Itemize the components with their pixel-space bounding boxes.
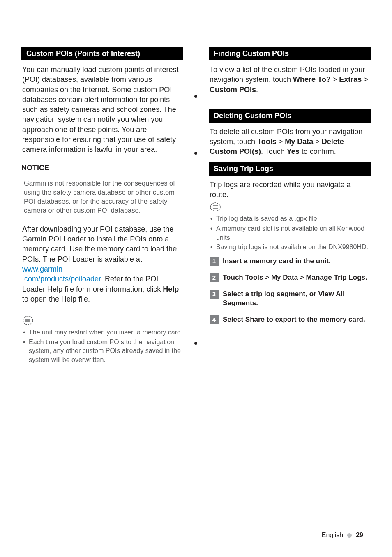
step-number: 3 — [210, 290, 219, 299]
heading-finding-pois: Finding Custom POIs — [209, 47, 371, 60]
column-divider — [196, 47, 196, 365]
deleting-b4: Yes — [287, 147, 300, 155]
page-footer: English 29 — [322, 531, 363, 539]
finding-pois-text: To view a list of the custom POIs loaded… — [209, 65, 371, 95]
deleting-pois-text: To delete all custom POIs from your navi… — [209, 127, 371, 157]
finding-b1: Where To? — [293, 75, 331, 84]
poi-loader-link-2[interactable]: .com/products/poiloader — [22, 275, 101, 283]
custom-poi-tips-list: The unit may restart when you insert a m… — [21, 328, 183, 364]
list-item: A memory card slot is not available on a… — [210, 224, 371, 242]
step-number: 4 — [210, 315, 219, 324]
finding-b2: Extras — [339, 75, 362, 84]
list-item: The unit may restart when you insert a m… — [23, 328, 183, 337]
trip-log-steps: 1 Insert a memory card in the unit. 2 To… — [209, 257, 371, 324]
note-icon — [22, 316, 183, 325]
poi-loader-link-1[interactable]: www.garmin — [22, 265, 62, 273]
right-column: Finding Custom POIs To view a list of th… — [209, 47, 371, 365]
footer-dot-icon — [347, 533, 352, 538]
two-column-layout: Custom POIs (Points of Interest) You can… — [21, 47, 371, 365]
step-item: 2 Touch Tools > My Data > Manage Trip Lo… — [210, 273, 371, 282]
heading-custom-pois: Custom POIs (Points of Interest) — [21, 47, 183, 60]
custom-pois-intro: You can manually load custom points of i… — [21, 65, 183, 155]
heading-deleting-pois: Deleting Custom POIs — [209, 109, 371, 123]
note-icon — [210, 202, 371, 212]
notice-rule — [21, 174, 183, 174]
finding-b3: Custom POIs — [210, 86, 256, 94]
list-item: Saving trip logs is not available on the… — [210, 243, 371, 252]
step-text: Select a trip log segment, or View All S… — [223, 290, 371, 308]
step-item: 3 Select a trip log segment, or View All… — [210, 290, 371, 308]
page-content: Custom POIs (Points of Interest) You can… — [0, 0, 392, 381]
step-item: 4 Select Share to export to the memory c… — [210, 315, 371, 324]
list-item: Each time you load custom POIs to the na… — [23, 338, 183, 364]
help-bold: Help — [163, 285, 179, 293]
step-number: 2 — [210, 273, 219, 282]
step-item: 1 Insert a memory card in the unit. — [210, 257, 371, 266]
step-number: 1 — [210, 257, 219, 266]
list-item: Trip log data is saved as a .gpx file. — [210, 214, 371, 223]
notice-text: Garmin is not responsible for the conseq… — [21, 179, 183, 215]
trip-log-notes-list: Trip log data is saved as a .gpx file. A… — [209, 214, 371, 251]
after-pre: After downloading your POI database, use… — [22, 225, 177, 263]
footer-language: English — [322, 531, 343, 539]
heading-saving-trip-logs: Saving Trip Logs — [209, 162, 371, 176]
top-rule — [21, 33, 371, 33]
after-end: to open the Help file. — [22, 295, 90, 303]
page-number: 29 — [356, 531, 363, 539]
saving-intro: Trip logs are recorded while you navigat… — [209, 180, 371, 200]
step-text: Insert a memory card in the unit. — [223, 257, 371, 266]
left-column: Custom POIs (Points of Interest) You can… — [21, 47, 183, 365]
step-text: Select Share to export to the memory car… — [223, 315, 371, 324]
deleting-b2: My Data — [285, 137, 313, 146]
poi-loader-paragraph: After downloading your POI database, use… — [21, 224, 183, 304]
step-text: Touch Tools > My Data > Manage Trip Logs… — [223, 273, 371, 282]
deleting-b1: Tools — [257, 137, 277, 146]
notice-heading: NOTICE — [21, 164, 183, 172]
